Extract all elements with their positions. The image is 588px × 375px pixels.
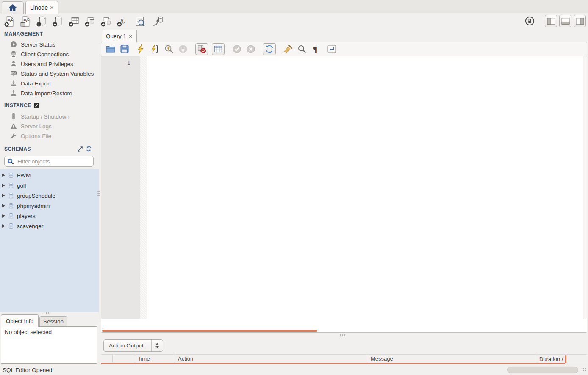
line-number: 1: [127, 59, 130, 66]
sidebar-item-system-variables[interactable]: Status and System Variables: [10, 69, 97, 78]
bottom-scrollbar-thumb[interactable]: [507, 367, 578, 373]
schemas-section-header: SCHEMAS: [4, 146, 31, 152]
schema-icon: [8, 172, 14, 178]
expand-arrow-icon[interactable]: [2, 174, 5, 177]
output-view-selector[interactable]: Action Output: [103, 339, 163, 352]
status-bar: SQL Editor Opened.: [0, 365, 588, 375]
enterprise-features-icon[interactable]: [524, 16, 535, 26]
save-script-icon[interactable]: [119, 44, 130, 54]
sidebar-resize-handle[interactable]: [97, 190, 100, 196]
expand-arrow-icon[interactable]: [2, 184, 5, 187]
sidebar-item-data-import[interactable]: Data Import/Restore: [10, 88, 97, 98]
execute-icon[interactable]: [136, 44, 146, 54]
schema-icon: [8, 193, 14, 199]
close-icon[interactable]: ×: [50, 4, 54, 11]
create-function-icon[interactable]: f(): [116, 16, 128, 27]
sidebar-splitter-handle[interactable]: [44, 312, 49, 314]
expand-arrow-icon[interactable]: [2, 224, 5, 228]
schema-icon: [8, 213, 14, 219]
commit-icon[interactable]: [232, 44, 242, 54]
sidebar-item-server-status[interactable]: Server Status: [10, 40, 97, 49]
connection-tab-bar: Linode ×: [0, 0, 588, 13]
output-table-header: Time Action Message: [101, 354, 587, 363]
sidebar-item-startup-shutdown[interactable]: Startup / Shutdown: [10, 112, 97, 121]
toolbar-right-group: [524, 15, 586, 27]
query-tab-label: Query 1: [106, 33, 126, 39]
refresh-icon[interactable]: [86, 146, 92, 152]
toggle-right-panel-button[interactable]: [574, 15, 586, 27]
data-export-icon: [10, 80, 17, 87]
window-resize-grip-icon[interactable]: [581, 368, 587, 373]
svg-text:f(): f(): [120, 17, 125, 23]
connection-tab-label: Linode: [30, 4, 48, 11]
open-script-icon[interactable]: [105, 44, 116, 54]
schema-filter: [4, 156, 94, 167]
expand-arrow-icon[interactable]: [2, 214, 5, 218]
sql-code-area[interactable]: [147, 56, 583, 319]
schema-icon: [8, 203, 14, 209]
reconnect-database-icon[interactable]: [152, 16, 164, 27]
connection-tab-linode[interactable]: Linode ×: [25, 1, 58, 14]
schema-row-groupschedule[interactable]: groupSchedule: [0, 190, 99, 201]
toggle-left-panel-button[interactable]: [545, 15, 557, 27]
find-icon[interactable]: [297, 44, 307, 54]
create-schema-icon[interactable]: [52, 16, 64, 27]
create-view-icon[interactable]: [84, 16, 96, 27]
schema-row-scavenger[interactable]: scavenger: [0, 221, 99, 231]
toggle-word-wrap-icon[interactable]: [327, 44, 337, 54]
create-procedure-icon[interactable]: [100, 16, 112, 27]
selector-spinner-icon: [151, 340, 163, 351]
sidebar-item-server-logs[interactable]: Server Logs: [10, 121, 97, 131]
expand-arrow-icon[interactable]: [2, 194, 5, 197]
output-vertical-scrollbar[interactable]: [565, 355, 566, 363]
search-table-data-icon[interactable]: [134, 16, 146, 27]
tab-object-info[interactable]: Object Info: [1, 314, 39, 327]
toggle-bottom-panel-button[interactable]: [559, 15, 571, 27]
line-number-gutter: 1: [101, 56, 140, 319]
sidebar-item-data-export[interactable]: Data Export: [10, 79, 97, 88]
management-section-header: MANAGEMENT: [4, 31, 43, 37]
toggle-invisible-characters-icon[interactable]: ¶: [311, 44, 321, 54]
warning-triangle-icon: [10, 123, 17, 130]
new-sql-editor-icon[interactable]: SQL: [4, 16, 15, 27]
object-info-panel: No object selected: [1, 326, 97, 364]
editor-horizontal-scrollbar[interactable]: [102, 330, 317, 332]
output-horizontal-scrollbar[interactable]: [101, 363, 565, 364]
instance-section-header: INSTANCE: [4, 102, 39, 108]
explain-icon[interactable]: [164, 44, 174, 54]
stop-icon[interactable]: [178, 44, 188, 54]
system-variables-icon: [10, 70, 17, 77]
expand-arrow-icon[interactable]: [2, 204, 5, 207]
schema-icon: [8, 182, 14, 188]
sidebar-item-options-file[interactable]: Options File: [10, 131, 97, 141]
expand-panel-icon[interactable]: [77, 146, 83, 152]
svg-text:SQL: SQL: [7, 18, 13, 22]
editor-vertical-scrollbar[interactable]: [583, 56, 587, 319]
open-sql-script-icon[interactable]: SQL: [20, 16, 31, 27]
execute-current-statement-icon[interactable]: [150, 44, 160, 54]
home-tab[interactable]: [2, 1, 24, 14]
sidebar-item-client-connections[interactable]: Client Connections: [10, 50, 97, 59]
create-table-icon[interactable]: [68, 16, 80, 27]
beautify-icon[interactable]: [283, 44, 293, 54]
query-tab[interactable]: Query 1 ×: [102, 30, 137, 42]
tab-session[interactable]: Session: [39, 316, 67, 327]
toggle-autocommit-button[interactable]: [263, 43, 276, 55]
wrench-icon: [10, 132, 17, 139]
rollback-icon[interactable]: [246, 44, 256, 54]
schema-inspector-icon[interactable]: [36, 16, 47, 27]
schema-row-golf[interactable]: golf: [0, 180, 99, 190]
editor-toolbar: ¶: [101, 42, 587, 56]
output-splitter-handle[interactable]: [340, 334, 346, 336]
column-header-action: Action: [178, 356, 193, 362]
filter-objects-input[interactable]: [17, 158, 86, 165]
mysql-workbench-window: Linode × SQL SQL f(): [0, 0, 588, 375]
data-import-icon: [10, 90, 17, 97]
schema-row-phpmyadmin[interactable]: phpmyadmin: [0, 201, 99, 211]
schema-row-players[interactable]: players: [0, 211, 99, 221]
toggle-stop-on-error-button[interactable]: [195, 43, 208, 55]
sidebar-item-users-privileges[interactable]: Users and Privileges: [10, 59, 97, 69]
schema-row-fwm[interactable]: FWM: [0, 170, 99, 180]
limit-rows-button[interactable]: [212, 43, 225, 55]
close-icon[interactable]: ×: [129, 33, 133, 39]
